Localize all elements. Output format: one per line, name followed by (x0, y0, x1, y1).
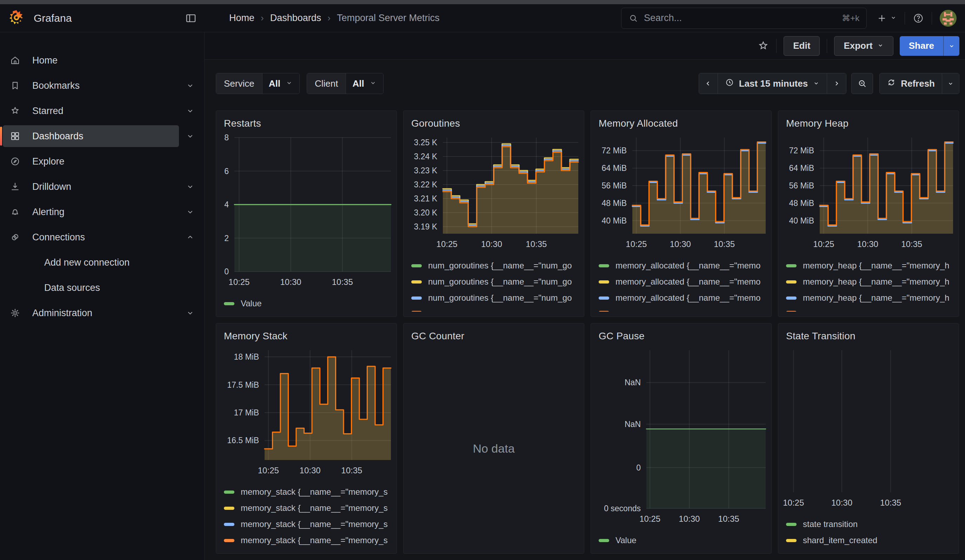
sidebar-item-label: Data sources (44, 282, 100, 293)
panel-title[interactable]: Memory Stack (216, 323, 396, 344)
sidebar-item-label: Dashboards (32, 131, 83, 142)
time-range-button[interactable]: Last 15 minutes (718, 73, 828, 94)
add-new-button[interactable] (877, 13, 897, 23)
svg-text:72 MiB: 72 MiB (789, 146, 814, 155)
time-range-picker: Last 15 minutes (698, 73, 847, 94)
avatar[interactable] (940, 10, 957, 27)
star-dashboard-icon[interactable] (757, 40, 769, 52)
svg-text:6: 6 (224, 167, 229, 176)
svg-text:10:25: 10:25 (437, 239, 458, 249)
chart-state-transition[interactable]: 10:2510:3010:35 (781, 346, 957, 511)
refresh-interval-chevron-icon[interactable] (942, 73, 959, 94)
sidebar-toggle-icon[interactable] (185, 12, 197, 24)
panel-title[interactable]: Memory Heap (778, 111, 959, 131)
legend-item-clipped[interactable]: memory_allocated {__name__="memo (599, 306, 768, 312)
legend-item[interactable]: memory_allocated {__name__="memo (599, 258, 768, 274)
chevron-down-icon (186, 309, 195, 317)
legend-item[interactable]: shard_item_created (786, 532, 955, 549)
sidebar-item-alerting[interactable]: Alerting (0, 199, 204, 225)
legend-item[interactable]: memory_allocated {__name__="memo (599, 290, 768, 306)
legend-item[interactable]: memory_stack {__name__="memory_s (224, 500, 393, 516)
series-color-dash (786, 311, 797, 312)
sidebar-item-connections[interactable]: Connections (0, 225, 204, 250)
legend-item[interactable]: memory_stack {__name__="memory_s (224, 516, 393, 532)
panel-grid: Restarts0246810:2510:3010:35 ValueGorout… (216, 111, 959, 553)
time-shift-forward-icon[interactable] (827, 73, 846, 94)
sidebar-item-home[interactable]: Home (0, 48, 204, 73)
sidebar-item-administration[interactable]: Administration (0, 300, 204, 326)
panel-title[interactable]: State Transition (778, 323, 959, 344)
legend: num_goroutines {__name__="num_go num_gor… (404, 253, 584, 317)
panel-title[interactable]: Memory Allocated (591, 111, 771, 131)
breadcrumb-home[interactable]: Home (229, 13, 254, 23)
time-shift-back-icon[interactable] (699, 73, 718, 94)
filter-row: Service All Client All (216, 73, 959, 94)
chart-restarts[interactable]: 0246810:2510:3010:35 (219, 133, 394, 291)
share-menu-chevron-icon[interactable] (943, 36, 959, 56)
panel-title[interactable]: Goroutines (404, 111, 584, 131)
refresh-button[interactable]: Refresh (880, 73, 942, 94)
series-color-dash (599, 539, 609, 542)
export-button[interactable]: Export (834, 36, 893, 56)
chart-goroutines[interactable]: 3.19 K3.20 K3.21 K3.22 K3.23 K3.24 K3.25… (406, 133, 582, 253)
legend-item[interactable]: state transition (786, 516, 955, 532)
legend-item[interactable]: memory_allocated {__name__="memo (599, 274, 768, 290)
sidebar-item-data-sources[interactable]: Data sources (0, 275, 204, 300)
svg-text:17 MiB: 17 MiB (234, 408, 259, 417)
legend-item[interactable]: Value (599, 532, 768, 549)
client-filter-value[interactable]: All (346, 73, 383, 94)
chevron-down-icon (186, 208, 195, 216)
legend-item[interactable]: memory_stack {__name__="memory_s (224, 484, 393, 500)
chart-gc-pause[interactable]: 0 seconds0NaNNaN10:2510:3010:35 (594, 346, 769, 527)
search-box[interactable]: ⌘+k (621, 8, 867, 29)
legend-item[interactable]: memory_heap {__name__="memory_h (786, 258, 955, 274)
panel-title[interactable]: Restarts (216, 111, 396, 131)
sidebar-item-dashboards[interactable]: Dashboards (0, 124, 204, 149)
legend-item-clipped[interactable]: memory_heap {__name__="memory_h (786, 306, 955, 312)
svg-text:10:25: 10:25 (626, 239, 647, 249)
panel-title[interactable]: GC Pause (591, 323, 771, 344)
panel-title[interactable]: GC Counter (404, 323, 584, 344)
legend-item[interactable]: num_goroutines {__name__="num_go (411, 274, 581, 290)
sidebar-item-explore[interactable]: Explore (0, 149, 204, 174)
share-button[interactable]: Share (900, 36, 943, 56)
share-group: Share (900, 36, 959, 56)
svg-text:3.21 K: 3.21 K (414, 194, 438, 203)
compass-icon (10, 156, 20, 167)
chart-memory-allocated[interactable]: 40 MiB48 MiB56 MiB64 MiB72 MiB10:2510:30… (594, 133, 769, 253)
series-color-dash (224, 523, 234, 526)
sidebar-item-drilldown[interactable]: Drilldown (0, 174, 204, 199)
breadcrumb-dashboards[interactable]: Dashboards (270, 13, 321, 23)
svg-text:64 MiB: 64 MiB (789, 163, 814, 173)
edit-button[interactable]: Edit (783, 36, 820, 56)
legend-item[interactable]: memory_stack {__name__="memory_s (224, 532, 393, 549)
series-color-dash (599, 297, 609, 300)
service-filter-value[interactable]: All (262, 73, 299, 94)
divider (904, 12, 905, 24)
help-icon[interactable] (913, 13, 924, 24)
legend: memory_allocated {__name__="memo memory_… (591, 253, 771, 317)
legend-item[interactable]: memory_heap {__name__="memory_h (786, 274, 955, 290)
sidebar-item-label: Alerting (32, 207, 65, 217)
sidebar-item-bookmarks[interactable]: Bookmarks (0, 73, 204, 98)
series-color-dash (411, 280, 422, 284)
chart-memory-heap[interactable]: 40 MiB48 MiB56 MiB64 MiB72 MiB10:2510:30… (781, 133, 957, 253)
chart-canvas: 0 seconds0NaNNaN10:2510:3010:35 (594, 346, 769, 527)
legend-item[interactable]: Value (224, 296, 393, 312)
legend: Value (216, 291, 396, 317)
sidebar-item-starred[interactable]: Starred (0, 98, 204, 124)
zoom-out-icon[interactable] (851, 73, 873, 94)
legend-item[interactable]: num_goroutines {__name__="num_go (411, 258, 581, 274)
svg-text:2: 2 (224, 233, 229, 243)
search-input[interactable] (644, 13, 836, 23)
sidebar-item-add-new-connection[interactable]: Add new connection (0, 250, 204, 275)
chart-memory-stack[interactable]: 16.5 MiB17 MiB17.5 MiB18 MiB10:2510:3010… (219, 346, 394, 479)
legend-item[interactable]: num_goroutines {__name__="num_go (411, 290, 581, 306)
legend-item[interactable]: memory_heap {__name__="memory_h (786, 290, 955, 306)
breadcrumb-separator: › (327, 13, 330, 23)
client-filter-label: Client (307, 73, 346, 94)
sidebar-item-label: Explore (32, 156, 65, 167)
svg-text:64 MiB: 64 MiB (602, 163, 627, 173)
legend-item-clipped[interactable]: num_goroutines {__name__="num_go (411, 306, 581, 312)
sidebar: HomeBookmarksStarredDashboardsExploreDri… (0, 32, 204, 560)
